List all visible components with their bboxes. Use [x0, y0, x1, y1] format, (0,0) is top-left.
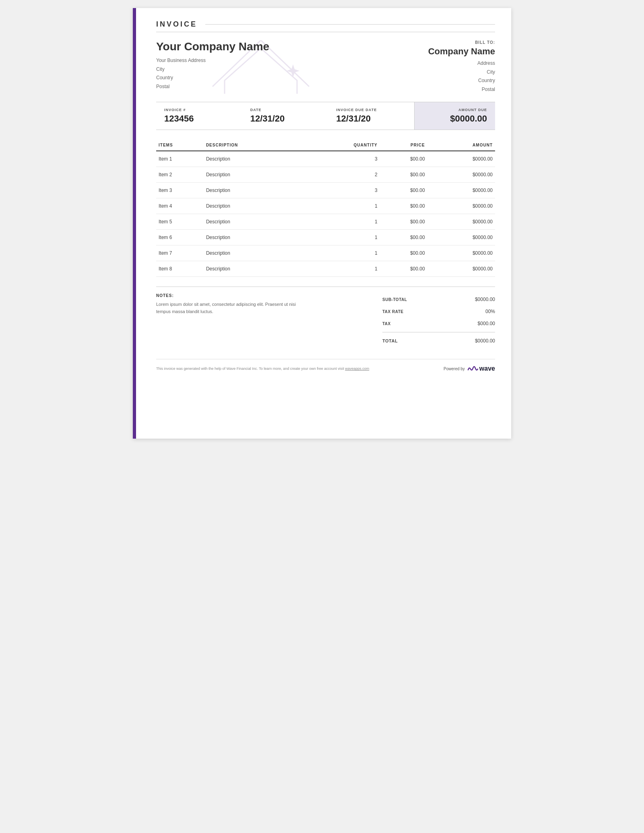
- row-item-3: Item 3: [156, 183, 204, 198]
- row-amount-4: $0000.00: [427, 198, 495, 214]
- bill-to-label: BILL TO:: [428, 40, 495, 45]
- row-price-1: $00.00: [380, 151, 427, 167]
- date-label: DATE: [250, 108, 320, 112]
- items-table: ITEMS DESCRIPTION QUANTITY PRICE AMOUNT …: [156, 140, 495, 277]
- footer-section: NOTES: Lorem ipsum dolor sit amet, conse…: [156, 287, 495, 347]
- col-header-price: PRICE: [380, 140, 427, 151]
- row-desc-4: Description: [204, 198, 339, 214]
- amount-due-block: AMOUNT DUE $0000.00: [415, 102, 495, 130]
- powered-by-text: Powered by: [444, 367, 465, 371]
- invoice-meta: INVOICE # 123456 DATE 12/31/20 INVOICE D…: [156, 102, 495, 130]
- invoice-title: INVOICE: [156, 20, 197, 29]
- total-row: TOTAL $0000.00: [382, 335, 495, 347]
- col-header-items: ITEMS: [156, 140, 204, 151]
- waveapps-link[interactable]: waveapps.com: [345, 367, 369, 371]
- table-row: Item 1 Description 3 $00.00 $0000.00: [156, 151, 495, 167]
- table-header-row: ITEMS DESCRIPTION QUANTITY PRICE AMOUNT: [156, 140, 495, 151]
- company-address: Your Business Address: [156, 56, 428, 65]
- row-item-4: Item 4: [156, 198, 204, 214]
- row-price-4: $00.00: [380, 198, 427, 214]
- invoice-header: INVOICE: [156, 20, 495, 32]
- notes-text: Lorem ipsum dolor sit amet, consectetur …: [156, 301, 309, 315]
- table-row: Item 6 Description 1 $00.00 $0000.00: [156, 230, 495, 245]
- row-qty-1: 3: [339, 151, 380, 167]
- bill-to-postal: Postal: [428, 85, 495, 94]
- company-name: Your Company Name: [156, 40, 428, 53]
- row-price-5: $00.00: [380, 214, 427, 230]
- main-header-section: Your Company Name Your Business Address …: [156, 40, 495, 94]
- col-header-quantity: QUANTITY: [339, 140, 380, 151]
- invoice-number-value: 123456: [164, 113, 234, 124]
- tax-rate-value: 00%: [485, 309, 495, 314]
- row-item-7: Item 7: [156, 245, 204, 261]
- subtotal-value: $0000.00: [475, 297, 495, 302]
- total-value: $0000.00: [475, 338, 495, 344]
- row-amount-1: $0000.00: [427, 151, 495, 167]
- company-city: City: [156, 65, 428, 74]
- notes-label: NOTES:: [156, 293, 366, 298]
- company-info: Your Company Name Your Business Address …: [156, 40, 428, 91]
- tax-row: TAX $000.00: [382, 318, 495, 330]
- row-amount-7: $0000.00: [427, 245, 495, 261]
- row-item-8: Item 8: [156, 261, 204, 277]
- tax-label: TAX: [382, 322, 391, 326]
- totals-section: SUB-TOTAL $0000.00 TAX RATE 00% TAX $000…: [382, 293, 495, 347]
- table-row: Item 8 Description 1 $00.00 $0000.00: [156, 261, 495, 277]
- notes-section: NOTES: Lorem ipsum dolor sit amet, conse…: [156, 293, 366, 347]
- due-date-value: 12/31/20: [336, 113, 406, 124]
- row-item-5: Item 5: [156, 214, 204, 230]
- tax-rate-row: TAX RATE 00%: [382, 305, 495, 318]
- table-row: Item 2 Description 2 $00.00 $0000.00: [156, 167, 495, 183]
- row-amount-3: $0000.00: [427, 183, 495, 198]
- page-footer: This invoice was generated with the help…: [156, 359, 495, 372]
- tax-rate-label: TAX RATE: [382, 309, 404, 314]
- company-postal: Postal: [156, 82, 428, 91]
- invoice-number-block: INVOICE # 123456: [156, 102, 242, 130]
- row-item-6: Item 6: [156, 230, 204, 245]
- row-price-3: $00.00: [380, 183, 427, 198]
- row-desc-8: Description: [204, 261, 339, 277]
- row-desc-1: Description: [204, 151, 339, 167]
- invoice-number-label: INVOICE #: [164, 108, 234, 112]
- table-row: Item 4 Description 1 $00.00 $0000.00: [156, 198, 495, 214]
- invoice-due-date-block: INVOICE DUE DATE 12/31/20: [328, 102, 414, 130]
- company-country: Country: [156, 74, 428, 82]
- col-header-amount: AMOUNT: [427, 140, 495, 151]
- row-amount-8: $0000.00: [427, 261, 495, 277]
- row-qty-3: 3: [339, 183, 380, 198]
- tax-value: $000.00: [478, 321, 495, 326]
- total-label: TOTAL: [382, 338, 398, 343]
- invoice-page: INVOICE Your Company Name Your Bus: [133, 8, 511, 439]
- row-amount-6: $0000.00: [427, 230, 495, 245]
- amount-due-value: $0000.00: [423, 113, 487, 124]
- table-row: Item 7 Description 1 $00.00 $0000.00: [156, 245, 495, 261]
- bill-to-address: Address: [428, 59, 495, 68]
- totals-divider: [382, 332, 495, 332]
- bill-to-city: City: [428, 68, 495, 77]
- subtotal-label: SUB-TOTAL: [382, 297, 407, 302]
- wave-brand-text: wave: [479, 365, 495, 372]
- wave-logo: wave: [467, 365, 495, 372]
- left-accent-bar: [133, 8, 136, 439]
- date-value: 12/31/20: [250, 113, 320, 124]
- bill-to-company-name: Company Name: [428, 46, 495, 57]
- due-date-label: INVOICE DUE DATE: [336, 108, 406, 112]
- amount-due-label: AMOUNT DUE: [423, 108, 487, 112]
- header-divider: [205, 24, 495, 25]
- row-qty-7: 1: [339, 245, 380, 261]
- table-row: Item 3 Description 3 $00.00 $0000.00: [156, 183, 495, 198]
- meta-left: INVOICE # 123456 DATE 12/31/20 INVOICE D…: [156, 102, 415, 130]
- bill-to-country: Country: [428, 76, 495, 85]
- row-qty-2: 2: [339, 167, 380, 183]
- row-item-1: Item 1: [156, 151, 204, 167]
- row-desc-6: Description: [204, 230, 339, 245]
- row-desc-7: Description: [204, 245, 339, 261]
- row-amount-5: $0000.00: [427, 214, 495, 230]
- row-qty-6: 1: [339, 230, 380, 245]
- wave-logo-icon: [467, 365, 479, 372]
- table-row: Item 5 Description 1 $00.00 $0000.00: [156, 214, 495, 230]
- row-price-6: $00.00: [380, 230, 427, 245]
- row-qty-4: 1: [339, 198, 380, 214]
- footer-text: This invoice was generated with the help…: [156, 367, 444, 371]
- col-header-description: DESCRIPTION: [204, 140, 339, 151]
